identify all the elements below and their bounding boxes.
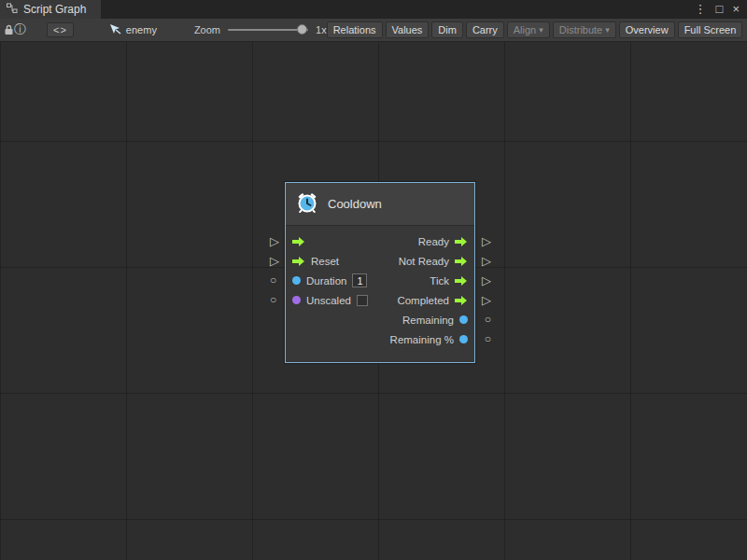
node-title: Cooldown [328,197,382,211]
zoom-label: Zoom [194,24,220,35]
tab-title: Script Graph [23,3,86,16]
value-port-icon[interactable]: ○ [270,294,276,305]
duration-field[interactable] [352,273,367,287]
flow-port-icon[interactable]: ▷ [482,255,491,267]
flow-arrow-icon[interactable] [455,275,468,287]
fullscreen-button[interactable]: Full Screen [678,21,743,38]
tab-script-graph[interactable]: Script Graph [0,0,101,19]
port-label: Remaining [402,315,454,326]
menu-icon[interactable]: ⋮ [695,0,707,19]
value-port-icon[interactable]: ○ [270,274,276,286]
code-view-icon[interactable]: <> [47,22,74,37]
align-button[interactable]: Align▾ [507,21,550,38]
port-label: Reset [311,256,339,267]
script-graph-icon [7,3,18,17]
port-row: Remaining % ○ [286,329,474,349]
graph-name: enemy [126,24,157,35]
port-label: Tick [430,275,449,287]
graph-asset-icon [109,23,121,36]
port-row: ○ Duration Tick ▷ [286,271,474,290]
window-controls: ⋮ □ × [695,0,747,19]
port-row: Remaining ○ [286,310,474,329]
distribute-button[interactable]: Distribute▾ [553,21,616,38]
port-label: Not Ready [399,256,449,267]
flow-arrow-icon[interactable] [292,236,305,247]
zoom-slider[interactable] [228,29,308,31]
unscaled-checkbox[interactable] [357,295,368,306]
flow-arrow-icon[interactable] [292,256,305,267]
value-port-dot-icon[interactable] [292,296,301,304]
flow-port-icon[interactable]: ▷ [482,235,491,247]
overview-button[interactable]: Overview [619,21,675,38]
node-header[interactable]: Cooldown [286,183,474,226]
flow-arrow-icon[interactable] [455,256,468,267]
port-label: Ready [418,236,449,247]
maximize-icon[interactable]: □ [716,0,724,19]
zoom-control: Zoom 1x [194,24,327,35]
alarm-clock-icon [296,191,318,217]
chevron-down-icon: ▾ [539,25,543,35]
values-button[interactable]: Values [386,21,430,38]
node-body: ▷ Ready ▷ [286,226,474,362]
relations-button[interactable]: Relations [327,21,383,38]
titlebar: Script Graph ⋮ □ × [0,0,747,19]
zoom-slider-knob[interactable] [297,24,307,35]
dim-button[interactable]: Dim [431,21,463,38]
flow-arrow-icon[interactable] [455,236,468,247]
port-row: ▷ Ready ▷ [286,231,474,251]
close-icon[interactable]: × [732,0,740,19]
graph-canvas[interactable]: Cooldown ▷ Ready [0,42,747,560]
info-icon[interactable]: ⓘ [14,21,26,39]
flow-port-icon[interactable]: ▷ [482,294,491,306]
flow-port-icon[interactable]: ▷ [482,274,491,287]
graph-breadcrumb[interactable]: enemy [109,23,157,36]
value-port-dot-icon[interactable] [459,335,468,343]
graph-toolbar: ⓘ <> enemy Zoom 1x Relations Values Dim … [0,19,747,42]
value-port-icon[interactable]: ○ [485,314,491,325]
flow-port-icon[interactable]: ▷ [270,255,279,267]
chevron-down-icon: ▾ [605,25,610,35]
value-port-dot-icon[interactable] [292,276,301,285]
port-row: ○ Unscaled Completed ▷ [286,290,474,310]
flow-arrow-icon[interactable] [455,295,468,306]
port-label: Unscaled [306,295,351,306]
port-label: Duration [306,275,346,287]
port-label: Completed [397,295,449,306]
carry-button[interactable]: Carry [466,21,504,38]
zoom-value: 1x [316,24,327,35]
value-port-dot-icon[interactable] [459,315,468,324]
lock-icon[interactable] [4,21,14,39]
value-port-icon[interactable]: ○ [485,333,491,344]
toolbar-buttons: Relations Values Dim Carry Align▾ Distri… [327,21,745,38]
port-label: Remaining % [390,334,454,345]
flow-port-icon[interactable]: ▷ [270,235,279,247]
unity-graph-window: Script Graph ⋮ □ × ⓘ <> enemy Zoom 1x [0,0,747,560]
cooldown-node[interactable]: Cooldown ▷ Ready [285,182,475,363]
port-row: ▷ Reset Not Ready ▷ [286,251,474,271]
